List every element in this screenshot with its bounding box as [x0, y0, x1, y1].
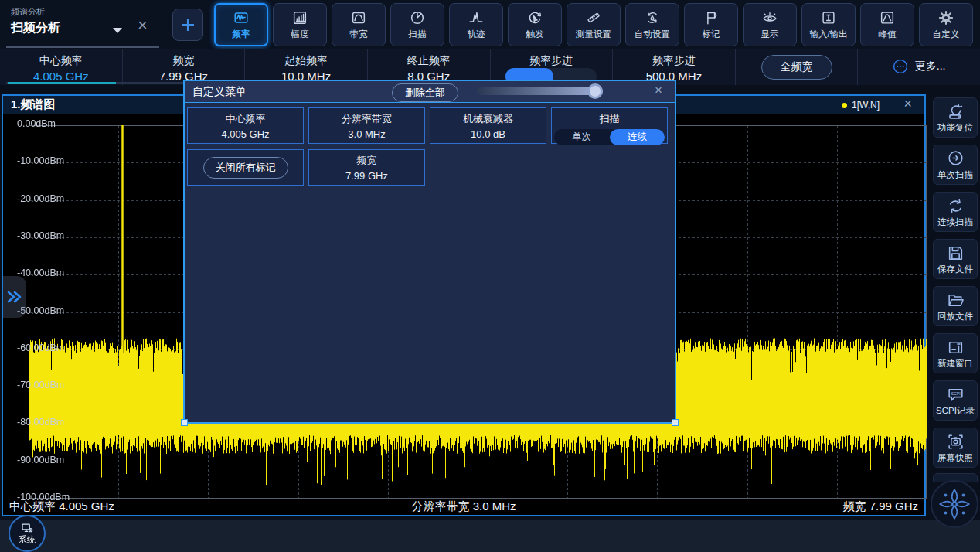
toolbar-peak-button[interactable]: 峰值 — [860, 3, 914, 46]
param-scrollbar-thumb[interactable] — [8, 82, 116, 84]
toolbar-custom-button[interactable]: 自定义 — [919, 3, 973, 46]
scpi-bubble-icon: SCPI — [946, 385, 965, 404]
eye-icon — [761, 9, 778, 26]
window-close-icon[interactable]: × — [903, 96, 912, 112]
auto-setup-icon — [644, 9, 661, 26]
function-reset-button[interactable]: 功能复位 — [933, 97, 978, 138]
dialog-card-sweep: 扫描 单次 连续 — [551, 107, 668, 144]
toolbar-measure-setup-button[interactable]: 测量设置 — [567, 3, 621, 46]
sidebar-item-label: 单次扫描 — [937, 169, 973, 181]
toolbar-trigger-label: 触发 — [526, 29, 544, 40]
dialog-card-span[interactable]: 频宽 7.99 GHz — [308, 149, 425, 186]
dialog-close-icon[interactable]: × — [655, 83, 662, 98]
toolbar-bandwidth-label: 带宽 — [350, 29, 368, 40]
toolbar-auto-setup-button[interactable]: 自动设置 — [625, 3, 679, 46]
ellipsis-icon — [893, 59, 908, 74]
toolbar-sweep-button[interactable]: 扫描 — [390, 3, 444, 46]
param-value: 4.005 GHz — [0, 70, 122, 83]
more-label: 更多... — [915, 60, 946, 73]
status-bar: 扫描中... 2025-03-05 10:33:41 — [0, 520, 980, 552]
input-output-icon — [820, 9, 837, 26]
dialog-opacity-slider[interactable] — [477, 87, 603, 95]
dialog-card-rbw[interactable]: 分辨率带宽 3.0 MHz — [308, 107, 425, 144]
card-value: 7.99 GHz — [309, 170, 424, 182]
dialog-header[interactable]: 自定义菜单 删除全部 × — [185, 81, 675, 103]
dialog-resize-handle[interactable] — [181, 419, 188, 426]
svg-text:SCPI: SCPI — [951, 391, 960, 396]
new-window-icon — [946, 338, 965, 357]
camera-icon — [946, 432, 965, 451]
full-span-button[interactable]: 全频宽 — [761, 55, 832, 80]
trigger-icon — [526, 9, 543, 26]
toolbar-bandwidth-button[interactable]: 带宽 — [332, 3, 386, 46]
right-sidebar: 功能复位 单次扫描 连续扫描 保存文件 回放文件 新建窗口 SCPI SCPI记… — [931, 96, 980, 529]
top-toolbar: 频谱分析 扫频分析 × 频率 幅度 带宽 扫描 轨迹 触发 — [0, 0, 980, 49]
dialog-card-attenuator[interactable]: 机械衰减器 10.0 dB — [430, 107, 546, 144]
screenshot-button[interactable]: 屏幕快照 — [933, 428, 978, 468]
y-tick-label: -100.00dBm — [17, 492, 70, 503]
y-tick-label: 0.00dBm — [17, 118, 56, 129]
toolbar-frequency-button[interactable]: 频率 — [214, 3, 268, 46]
double-chevron-right-icon — [6, 290, 23, 304]
card-label: 分辨率带宽 — [309, 112, 424, 126]
toolbar-trigger-button[interactable]: 触发 — [508, 3, 562, 46]
dialog-resize-handle[interactable] — [672, 419, 679, 426]
compass-arrows-icon — [937, 486, 972, 522]
sweep-continuous-option[interactable]: 连续 — [610, 129, 665, 145]
peak-icon — [879, 9, 896, 26]
y-tick-label: -80.00dBm — [17, 417, 64, 428]
toolbar-display-button[interactable]: 显示 — [743, 3, 797, 46]
toolbar-divider — [209, 6, 209, 43]
param-full-span-cell: 全频宽 — [736, 49, 859, 85]
y-tick-label: -90.00dBm — [17, 455, 64, 465]
more-button[interactable]: 更多... — [858, 59, 980, 74]
trace-icon — [468, 9, 485, 26]
toolbar-marker-button[interactable]: 标记 — [684, 3, 738, 46]
card-label: 频宽 — [309, 154, 424, 168]
side-panel-expand-handle[interactable] — [3, 276, 26, 318]
dialog-card-center-frequency[interactable]: 中心频率 4.005 GHz — [187, 107, 304, 144]
toolbar-amplitude-button[interactable]: 幅度 — [273, 3, 327, 46]
analysis-mode-tab[interactable]: 频谱分析 扫频分析 × — [6, 0, 159, 48]
card-value: 3.0 MHz — [309, 128, 424, 140]
tab-close-icon[interactable]: × — [138, 15, 148, 36]
sweep-single-option[interactable]: 单次 — [554, 129, 610, 145]
param-more-cell: 更多... — [858, 49, 980, 85]
add-tab-button[interactable] — [172, 9, 203, 41]
sweep-mode-toggle[interactable]: 单次 连续 — [554, 129, 665, 145]
card-value: 10.0 dB — [430, 128, 546, 140]
trace-color-dot — [842, 103, 847, 108]
param-label: 起始频率 — [245, 54, 367, 68]
continuous-sweep-button[interactable]: 连续扫描 — [933, 192, 978, 232]
chevron-down-icon[interactable] — [113, 28, 122, 33]
app-mode-label: 扫频分析 — [11, 20, 60, 36]
system-button[interactable]: 系统 — [9, 515, 46, 552]
close-all-markers-button[interactable]: 关闭所有标记 — [203, 157, 288, 179]
param-label: 频率步进 — [491, 54, 613, 68]
sweep-icon — [409, 9, 426, 26]
param-label: 终止频率 — [368, 54, 490, 68]
single-sweep-button[interactable]: 单次扫描 — [933, 145, 978, 185]
trace-badge: 1[W,N] — [842, 100, 880, 111]
param-center-frequency[interactable]: 中心频率 4.005 GHz — [0, 49, 123, 85]
navigation-knob[interactable] — [931, 480, 978, 528]
replay-file-button[interactable]: 回放文件 — [933, 286, 978, 326]
custom-menu-dialog: 自定义菜单 删除全部 × 中心频率 4.005 GHz 分辨率带宽 3.0 MH… — [183, 80, 676, 424]
delete-all-button[interactable]: 删除全部 — [392, 83, 458, 102]
toolbar-sweep-label: 扫描 — [409, 29, 427, 40]
save-icon — [946, 244, 965, 263]
sidebar-item-label: 新建窗口 — [937, 358, 973, 370]
toolbar-custom-label: 自定义 — [933, 29, 960, 40]
amplitude-icon — [291, 9, 308, 26]
scpi-log-button[interactable]: SCPI SCPI记录 — [933, 380, 978, 421]
reset-icon — [946, 102, 965, 121]
toolbar-trace-label: 轨迹 — [468, 29, 485, 40]
toolbar-trace-button[interactable]: 轨迹 — [449, 3, 503, 46]
new-window-button[interactable]: 新建窗口 — [933, 333, 978, 373]
save-file-button[interactable]: 保存文件 — [933, 239, 978, 279]
slider-thumb[interactable] — [587, 83, 603, 99]
toolbar-marker-label: 标记 — [703, 29, 720, 40]
card-label: 扫描 — [552, 112, 667, 126]
toolbar-input-output-button[interactable]: 输入/输出 — [801, 3, 856, 46]
toolbar-input-output-label: 输入/输出 — [809, 29, 847, 40]
